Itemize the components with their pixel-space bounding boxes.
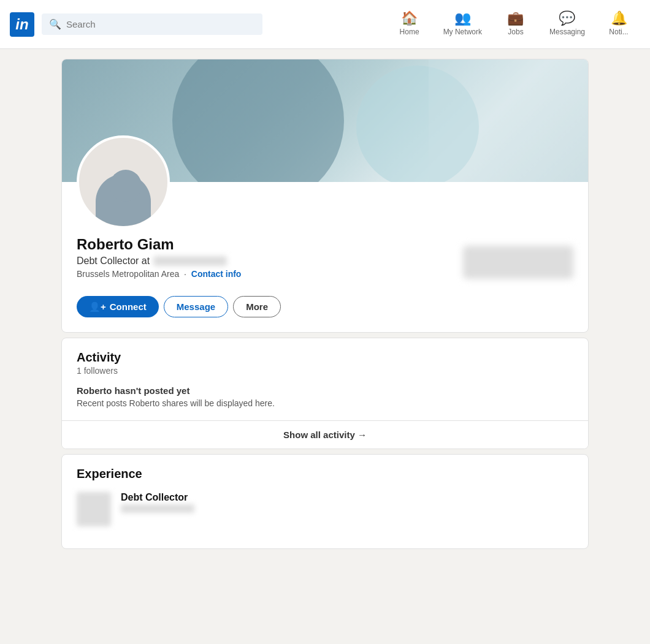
connect-button[interactable]: 👤+ Connect [77, 296, 159, 317]
nav-label-network: My Network [443, 28, 482, 36]
nav-item-jobs[interactable]: 💼 Jobs [494, 7, 537, 42]
nav-item-home[interactable]: 🏠 Home [388, 7, 431, 42]
profile-header-row: Roberto Giam Debt Collector at Brussels … [77, 236, 573, 286]
nav-item-messaging[interactable]: 💬 Messaging [540, 7, 595, 42]
notifications-icon: 🔔 [611, 12, 627, 25]
home-icon: 🏠 [401, 12, 418, 25]
nav-label-messaging: Messaging [549, 28, 585, 36]
exp-job-title: Debt Collector [121, 492, 194, 503]
main-content: Roberto Giam Debt Collector at Brussels … [61, 59, 589, 549]
experience-title: Experience [77, 467, 573, 481]
activity-title: Activity [77, 350, 573, 365]
company-logo-blurred [463, 246, 573, 279]
avatar-inner [79, 138, 167, 226]
search-icon: 🔍 [49, 18, 61, 30]
show-all-activity-button[interactable]: Show all activity → [62, 420, 588, 449]
activity-card: Activity 1 followers Roberto hasn't post… [61, 338, 589, 449]
nav-label-notifications: Noti... [609, 28, 628, 36]
experience-item: Debt Collector [77, 482, 573, 536]
profile-location: Brussels Metropolitan Area · Contact inf… [77, 269, 241, 279]
company-name-blurred [153, 256, 227, 266]
activity-empty-desc: Recent posts Roberto shares will be disp… [77, 398, 573, 408]
network-icon: 👥 [454, 12, 471, 25]
linkedin-logo[interactable]: in [10, 12, 34, 37]
avatar-head [110, 170, 142, 202]
jobs-icon: 💼 [507, 12, 524, 25]
location-text: Brussels Metropolitan Area [77, 269, 179, 279]
experience-body: Experience Debt Collector [62, 455, 588, 548]
action-buttons: 👤+ Connect Message More [77, 296, 573, 317]
nav-label-home: Home [400, 28, 419, 36]
profile-title: Debt Collector at [77, 256, 241, 267]
profile-title-text: Debt Collector at [77, 256, 150, 267]
connect-icon: 👤+ [89, 301, 106, 313]
profile-card: Roberto Giam Debt Collector at Brussels … [61, 59, 589, 333]
nav-item-network[interactable]: 👥 My Network [434, 7, 492, 42]
navbar: in 🔍 🏠 Home 👥 My Network 💼 Jobs 💬 Messag… [0, 0, 650, 49]
more-button[interactable]: More [233, 296, 281, 317]
activity-empty-title: Roberto hasn't posted yet [77, 385, 573, 396]
activity-followers: 1 followers [77, 366, 573, 376]
nav-item-notifications[interactable]: 🔔 Noti... [597, 7, 640, 42]
search-bar[interactable]: 🔍 [42, 13, 262, 35]
nav-items: 🏠 Home 👥 My Network 💼 Jobs 💬 Messaging 🔔… [388, 7, 640, 42]
exp-company-blurred [121, 504, 194, 513]
profile-name: Roberto Giam [77, 236, 241, 253]
search-input[interactable] [66, 19, 255, 29]
contact-info-link[interactable]: Contact info [191, 269, 242, 279]
messaging-icon: 💬 [559, 12, 575, 25]
profile-left: Roberto Giam Debt Collector at Brussels … [77, 236, 241, 286]
avatar [77, 135, 170, 229]
exp-details: Debt Collector [121, 492, 194, 514]
message-button[interactable]: Message [164, 296, 228, 317]
experience-card: Experience Debt Collector [61, 454, 589, 549]
nav-label-jobs: Jobs [508, 28, 523, 36]
activity-body: Activity 1 followers Roberto hasn't post… [62, 338, 588, 420]
profile-info-section: Roberto Giam Debt Collector at Brussels … [62, 135, 588, 332]
company-logo-experience [77, 492, 111, 526]
